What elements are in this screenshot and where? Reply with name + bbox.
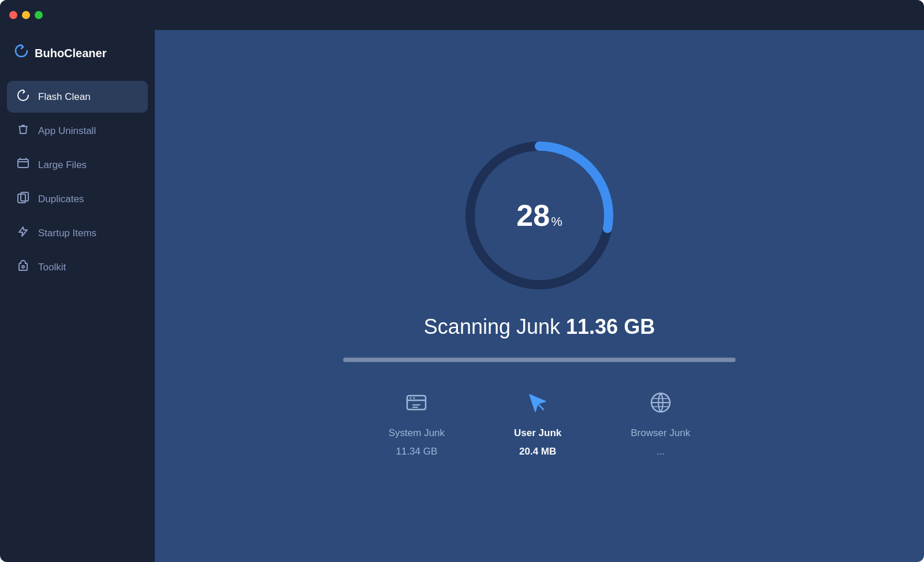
nav-list: Flash Clean App Uninstall Large Files <box>0 81 155 283</box>
browser-junk-icon <box>648 390 673 420</box>
browser-junk-value: ... <box>657 446 665 457</box>
sidebar: BuhoCleaner Flash Clean App Uninstall <box>0 0 155 562</box>
flash-clean-label: Flash Clean <box>38 91 91 103</box>
system-junk-label: System Junk <box>389 427 445 439</box>
user-junk-icon <box>525 390 550 420</box>
sidebar-item-startup-items[interactable]: Startup Items <box>7 217 148 249</box>
stat-user-junk: User Junk 20.4 MB <box>514 390 561 457</box>
browser-junk-label: Browser Junk <box>631 427 690 439</box>
svg-point-5 <box>410 397 412 399</box>
scan-bar <box>343 358 736 362</box>
app-uninstall-icon <box>16 123 30 139</box>
scanning-label: Scanning Junk <box>424 315 560 338</box>
stat-system-junk: System Junk 11.34 GB <box>389 390 445 457</box>
scanning-size: 11.36 GB <box>566 315 655 338</box>
large-files-label: Large Files <box>38 159 87 171</box>
startup-items-icon <box>16 225 30 241</box>
close-button[interactable] <box>9 11 17 19</box>
stats-row: System Junk 11.34 GB User Junk 20.4 MB <box>389 390 691 457</box>
stat-browser-junk: Browser Junk ... <box>631 390 690 457</box>
content-area: 28 % Scanning Junk 11.36 GB <box>155 135 924 457</box>
system-junk-value: 11.34 GB <box>396 446 437 457</box>
scanning-text: Scanning Junk 11.36 GB <box>424 315 655 339</box>
minimize-button[interactable] <box>22 11 30 19</box>
app-title: BuhoCleaner <box>35 47 106 60</box>
system-junk-icon <box>404 390 429 420</box>
startup-items-label: Startup Items <box>38 228 96 239</box>
sidebar-item-toolkit[interactable]: Toolkit <box>7 251 148 283</box>
toolkit-icon <box>16 259 30 275</box>
flash-clean-icon <box>16 89 30 105</box>
large-files-icon <box>16 157 30 173</box>
duplicates-icon <box>16 191 30 207</box>
toolkit-label: Toolkit <box>38 262 66 273</box>
progress-number: 28 <box>516 198 550 233</box>
progress-label: 28 % <box>516 198 562 233</box>
svg-rect-0 <box>18 159 28 168</box>
svg-point-3 <box>22 266 24 268</box>
main-content: 28 % Scanning Junk 11.36 GB <box>155 0 924 562</box>
svg-point-6 <box>413 397 415 399</box>
logo-area: BuhoCleaner <box>0 30 155 81</box>
app-uninstall-label: App Uninstall <box>38 125 96 137</box>
user-junk-label: User Junk <box>514 427 561 439</box>
sidebar-item-duplicates[interactable]: Duplicates <box>7 183 148 215</box>
scan-bar-fill <box>343 358 736 362</box>
duplicates-label: Duplicates <box>38 193 84 205</box>
titlebar <box>0 0 924 30</box>
maximize-button[interactable] <box>35 11 43 19</box>
sidebar-item-flash-clean[interactable]: Flash Clean <box>7 81 148 113</box>
sidebar-item-app-uninstall[interactable]: App Uninstall <box>7 115 148 147</box>
logo-icon <box>14 44 29 62</box>
progress-percent: % <box>551 214 562 229</box>
sidebar-item-large-files[interactable]: Large Files <box>7 149 148 181</box>
user-junk-value: 20.4 MB <box>519 446 556 457</box>
progress-ring-container: 28 % <box>459 135 620 296</box>
